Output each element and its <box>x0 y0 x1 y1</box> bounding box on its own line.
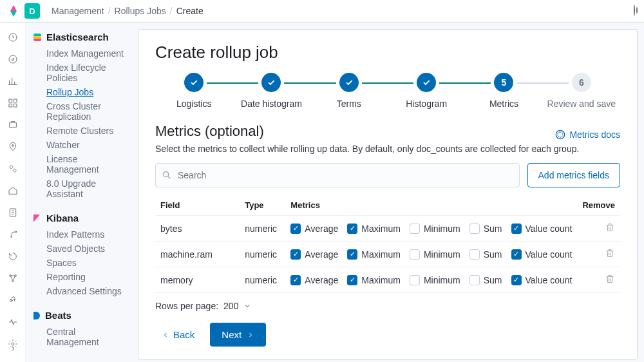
breadcrumb-sep: / <box>170 6 173 16</box>
sidebar-item-central-management[interactable]: Central Management <box>33 325 130 349</box>
metric-checkbox-maximum[interactable]: Maximum <box>347 249 401 260</box>
metric-checkbox-average[interactable]: Average <box>290 249 338 260</box>
checkbox-label: Value count <box>526 275 573 285</box>
sidebar-item-remote-clusters[interactable]: Remote Clusters <box>33 124 130 138</box>
checkbox-label: Value count <box>526 249 573 260</box>
cell-type: numeric <box>240 267 285 293</box>
sidebar-item-ilm[interactable]: Index Lifecycle Policies <box>33 61 130 85</box>
sidebar-item-upgrade-assistant[interactable]: 8.0 Upgrade Assistant <box>33 176 130 201</box>
sidebar-item-license[interactable]: License Management <box>33 152 130 176</box>
apm-icon[interactable] <box>7 229 19 240</box>
step-metrics[interactable]: 5 Metrics <box>465 73 542 109</box>
svg-point-11 <box>12 280 14 282</box>
step-label: Terms <box>310 99 388 109</box>
cell-metrics: AverageMaximumMinimumSumValue count <box>285 267 577 293</box>
metric-checkbox-sum[interactable]: Sum <box>469 249 502 260</box>
metric-checkbox-value-count[interactable]: Value count <box>511 249 573 260</box>
trash-icon[interactable] <box>605 222 615 233</box>
monitoring-icon[interactable] <box>7 316 19 328</box>
graph-icon[interactable] <box>7 272 19 284</box>
uptime-icon[interactable] <box>7 251 19 262</box>
sidebar-section-kibana: Kibana Index Patterns Saved Objects Spac… <box>33 213 130 298</box>
metric-checkbox-maximum[interactable]: Maximum <box>347 275 401 285</box>
add-metrics-fields-button[interactable]: Add metrics fields <box>527 163 620 187</box>
step-logistics[interactable]: Logistics <box>155 73 232 109</box>
maps-icon[interactable] <box>7 141 19 153</box>
metric-checkbox-sum[interactable]: Sum <box>469 224 502 234</box>
devtools-icon[interactable] <box>7 294 19 306</box>
trash-icon[interactable] <box>605 274 615 284</box>
next-button[interactable]: Next <box>210 323 266 347</box>
sidebar-item-watcher[interactable]: Watcher <box>33 138 130 152</box>
visualize-icon[interactable] <box>7 75 19 87</box>
rows-pp-value: 200 <box>223 301 238 311</box>
discover-icon[interactable] <box>7 53 19 65</box>
sidebar-item-advanced-settings[interactable]: Advanced Settings <box>33 284 130 298</box>
checkbox-box <box>410 275 420 285</box>
metric-checkbox-minimum[interactable]: Minimum <box>410 275 460 285</box>
metric-checkbox-value-count[interactable]: Value count <box>511 224 573 234</box>
sidebar-item-reporting[interactable]: Reporting <box>33 270 130 284</box>
sidebar-item-ccr[interactable]: Cross Cluster Replication <box>33 99 130 124</box>
metric-checkbox-maximum[interactable]: Maximum <box>347 224 401 234</box>
rows-per-page[interactable]: Rows per page: 200 <box>155 293 620 323</box>
svg-point-15 <box>164 172 169 177</box>
section-description: Select the metrics to collect while roll… <box>155 144 620 154</box>
sidebar-item-index-patterns[interactable]: Index Patterns <box>33 227 130 242</box>
help-icon[interactable] <box>634 5 635 16</box>
step-terms[interactable]: Terms <box>310 73 388 109</box>
trash-icon[interactable] <box>605 248 615 258</box>
collapse-icon[interactable] <box>7 343 19 354</box>
metric-checkbox-value-count[interactable]: Value count <box>511 275 573 285</box>
svg-rect-2 <box>9 99 12 102</box>
dashboard-icon[interactable] <box>7 97 19 109</box>
checkbox-label: Average <box>305 275 338 285</box>
checkbox-box <box>410 224 420 234</box>
col-metrics: Metrics <box>285 194 577 216</box>
kibana-logo-icon[interactable] <box>8 5 19 17</box>
step-label: Date histogram <box>232 99 310 109</box>
checkbox-label: Value count <box>526 224 573 234</box>
chevron-left-icon <box>162 331 169 339</box>
col-type[interactable]: Type <box>240 194 285 216</box>
table-row: memorynumericAverageMaximumMinimumSumVal… <box>155 267 620 293</box>
logs-icon[interactable] <box>7 207 19 218</box>
step-date-histogram[interactable]: Date histogram <box>232 73 310 109</box>
checkbox-label: Maximum <box>361 275 401 285</box>
sidebar-item-saved-objects[interactable]: Saved Objects <box>33 242 130 256</box>
checkbox-box <box>347 249 357 260</box>
breadcrumb-rollups-jobs[interactable]: Rollups Jobs <box>115 6 166 16</box>
breadcrumb: Management / Rollups Jobs / Create <box>52 6 204 16</box>
metric-checkbox-minimum[interactable]: Minimum <box>410 224 460 234</box>
sidebar-section-elasticsearch: Elasticsearch Index Management Index Lif… <box>33 32 130 201</box>
sidebar-item-spaces[interactable]: Spaces <box>33 256 130 270</box>
svg-point-1 <box>9 55 17 63</box>
infra-icon[interactable] <box>7 185 19 196</box>
checkbox-box <box>290 224 301 234</box>
sidebar-title-label: Beats <box>45 310 71 321</box>
space-badge[interactable]: D <box>24 3 40 19</box>
top-right-actions <box>634 5 635 15</box>
metric-checkbox-average[interactable]: Average <box>290 224 338 234</box>
metrics-docs-link[interactable]: Metrics docs <box>555 129 620 140</box>
table-row: bytesnumericAverageMaximumMinimumSumValu… <box>155 216 620 242</box>
metric-checkbox-average[interactable]: Average <box>290 275 338 285</box>
back-button[interactable]: Back <box>155 324 201 345</box>
checkbox-box <box>469 249 480 260</box>
search-input[interactable] <box>155 163 520 187</box>
recent-icon[interactable] <box>7 32 19 43</box>
col-field[interactable]: Field <box>155 194 240 216</box>
main-content: Create rollup job Logistics Date histogr… <box>135 23 644 362</box>
checkbox-box <box>347 275 357 285</box>
metric-checkbox-minimum[interactable]: Minimum <box>410 249 460 260</box>
canvas-icon[interactable] <box>7 119 19 131</box>
sidebar-item-rollup-jobs[interactable]: Rollup Jobs <box>33 85 130 99</box>
ml-icon[interactable] <box>7 163 19 175</box>
breadcrumb-management[interactable]: Management <box>52 6 104 16</box>
checkbox-label: Average <box>305 249 338 260</box>
sidebar-item-index-management[interactable]: Index Management <box>33 46 130 61</box>
metric-checkbox-sum[interactable]: Sum <box>469 275 502 285</box>
step-histogram[interactable]: Histogram <box>388 73 465 109</box>
sidebar-title-label: Elasticsearch <box>46 32 109 43</box>
step-label: Histogram <box>388 99 465 109</box>
